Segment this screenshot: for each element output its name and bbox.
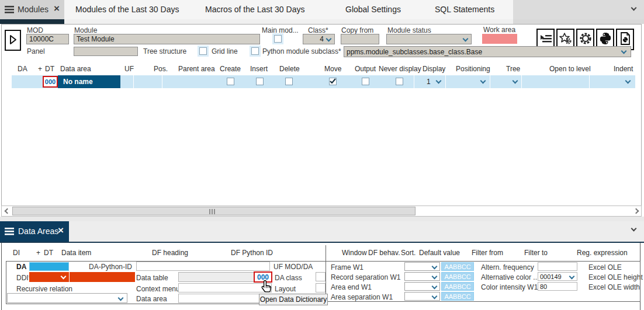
tab-data-areas[interactable]: Data Areas × xyxy=(0,221,69,242)
col-parent-area: Parent area xyxy=(178,65,215,73)
menu-icon[interactable] xyxy=(5,228,14,237)
data-area-input[interactable] xyxy=(178,294,272,303)
tab-modules-last-30-days[interactable]: Modules of the Last 30 Days xyxy=(75,5,179,14)
row-data-area-cell[interactable]: No name xyxy=(58,75,120,88)
grid-line-label: Grid line xyxy=(212,47,238,55)
da-python-id-input[interactable] xyxy=(136,262,270,271)
layout-input[interactable] xyxy=(316,283,326,292)
chevron-left-icon xyxy=(5,208,11,214)
row-never-display-checkbox[interactable] xyxy=(396,78,403,85)
record-separation-w1-label: Record separation W1 xyxy=(331,273,400,281)
python-module-subclass-checkbox[interactable] xyxy=(251,47,259,55)
ddi-select[interactable] xyxy=(29,272,69,282)
chevron-down-icon xyxy=(432,294,438,299)
tab-sql-statements[interactable]: SQL Statements xyxy=(435,5,494,14)
application-window: Modules × Modules of the Last 30 Days Ma… xyxy=(0,0,644,310)
tab-macros-last-30-days[interactable]: Macros of the Last 30 Days xyxy=(205,5,304,14)
tab-data-areas-close-icon[interactable]: × xyxy=(58,225,64,236)
area-separation-w1-select[interactable] xyxy=(404,292,440,301)
col-di: DI xyxy=(13,249,20,257)
frame-w1-label: Frame W1 xyxy=(331,263,363,271)
altern-frequency-label: Altern. frequency xyxy=(481,263,534,271)
work-area-label: Work area xyxy=(483,26,515,34)
altern-frequency-input[interactable] xyxy=(538,262,577,271)
row-dt-cell[interactable]: 000 xyxy=(43,76,58,88)
active-tab-underline xyxy=(0,19,64,24)
col-plus[interactable]: + xyxy=(38,65,42,73)
row-create-checkbox[interactable] xyxy=(227,78,234,85)
module-status-select[interactable] xyxy=(386,34,472,44)
row-delete-checkbox[interactable] xyxy=(285,78,293,85)
da-class-input[interactable] xyxy=(316,272,326,281)
scrollbar-thumb[interactable] xyxy=(12,207,416,215)
scroll-left-button[interactable] xyxy=(2,206,11,216)
python-module-subclass-select[interactable]: ppms.module_subclasses.base_class.Base xyxy=(344,46,631,57)
chevron-down-icon xyxy=(463,36,469,42)
main-mod-label: Main mod... xyxy=(262,26,299,34)
row-move-checkbox[interactable] xyxy=(329,78,337,85)
chevron-down-icon xyxy=(621,48,627,54)
excel-ole-height-label: Excel OLE height xyxy=(588,273,643,281)
col-insert: Insert xyxy=(250,65,268,73)
panel-gap xyxy=(0,217,644,221)
module-input[interactable]: Test Module xyxy=(74,34,260,44)
work-area-field[interactable] xyxy=(482,34,517,44)
python-icon xyxy=(599,32,612,47)
recursive-relation-label: Recursive relation xyxy=(16,285,72,293)
mod-input[interactable]: 10000C xyxy=(26,34,69,44)
col-data-area: Data area xyxy=(60,65,91,73)
main-mod-checkbox[interactable] xyxy=(274,35,282,43)
tree-structure-label: Tree structure xyxy=(143,47,186,55)
row-output-checkbox[interactable] xyxy=(362,78,369,85)
da-field[interactable] xyxy=(29,262,69,271)
color-intensity-w1-label: Color intensity W1 xyxy=(481,283,538,291)
panel-label: Panel xyxy=(27,47,45,55)
grid-line-checkbox[interactable] xyxy=(199,47,207,55)
module-label: Module xyxy=(74,26,97,34)
copy-from-input[interactable] xyxy=(341,34,379,44)
col-plus2[interactable]: + xyxy=(36,249,40,257)
col-display: Display xyxy=(423,65,445,73)
data-area-label: Data area xyxy=(136,295,167,303)
frame-w1-color-field[interactable]: AABBCC xyxy=(441,262,474,271)
chevron-down-icon xyxy=(432,284,438,290)
tab-global-settings[interactable]: Global Settings xyxy=(345,5,401,14)
row-display-value[interactable]: 1 xyxy=(427,78,431,86)
color-intensity-w1-input[interactable]: 80 xyxy=(538,282,577,291)
col-filter-from: Filter from xyxy=(472,249,503,257)
alternative-color-label: Alternative color ... xyxy=(481,273,539,281)
run-module-button[interactable] xyxy=(5,30,21,51)
context-menu-input[interactable] xyxy=(178,283,272,292)
tab-modules-close-icon[interactable]: × xyxy=(54,3,60,15)
row-insert-checkbox[interactable] xyxy=(256,78,264,85)
da-label: DA xyxy=(16,263,26,271)
copy-from-label: Copy from xyxy=(341,26,373,34)
scroll-right-button[interactable] xyxy=(632,206,641,216)
record-separation-w1-color-field[interactable]: AABBCC xyxy=(441,272,474,281)
panel-input[interactable] xyxy=(74,47,138,56)
col-move: Move xyxy=(324,65,341,73)
col-reg-expression: Reg. expression xyxy=(577,249,628,257)
data-table-label: Data table xyxy=(136,274,168,282)
class-select[interactable]: 4 xyxy=(303,34,335,44)
alternative-color-select[interactable]: 000149 xyxy=(538,272,577,281)
col-open-to-level: Open to level xyxy=(549,65,591,73)
layout-label: Layout xyxy=(275,285,296,293)
col-filter-to: Filter to xyxy=(524,249,548,257)
recursive-relation-select[interactable] xyxy=(7,293,127,303)
star-gear-icon xyxy=(559,33,572,46)
frame-w1-select[interactable] xyxy=(404,262,440,271)
area-end-w1-select[interactable] xyxy=(404,282,440,291)
tab-modules[interactable]: Modules × xyxy=(0,0,64,19)
mod-label: MOD xyxy=(27,26,43,34)
chevron-down-icon xyxy=(61,274,67,280)
area-separation-w1-label: Area separation W1 xyxy=(331,293,393,301)
record-separation-w1-select[interactable] xyxy=(404,272,440,281)
menu-icon[interactable] xyxy=(5,6,14,15)
area-separation-w1-color-field[interactable]: AABBCC xyxy=(441,292,474,301)
area-end-w1-color-field[interactable]: AABBCC xyxy=(441,282,474,291)
col-dt2: DT xyxy=(44,249,53,257)
ddi-field[interactable] xyxy=(70,272,135,282)
col-default-value: Default value xyxy=(419,249,460,257)
tab-modules-label: Modules xyxy=(18,5,49,14)
